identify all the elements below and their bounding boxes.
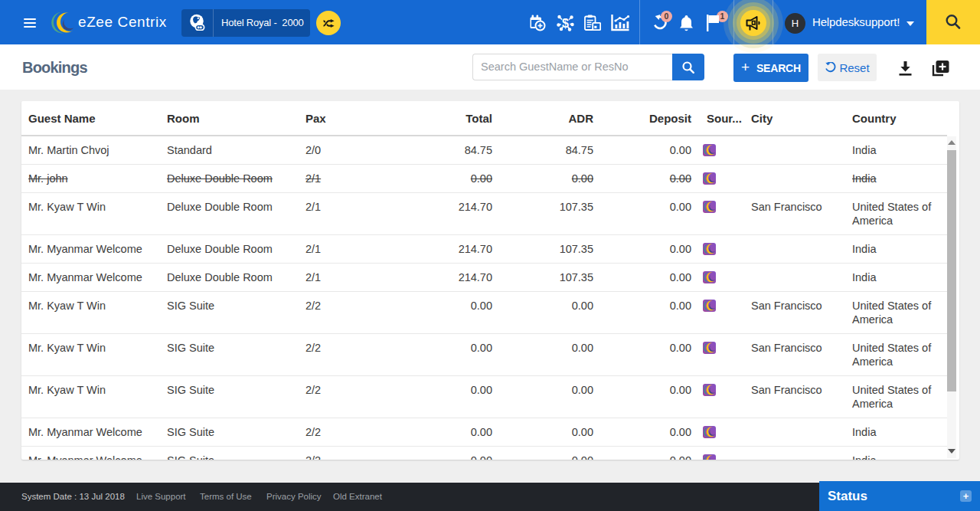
svg-text:$: $	[562, 17, 569, 30]
